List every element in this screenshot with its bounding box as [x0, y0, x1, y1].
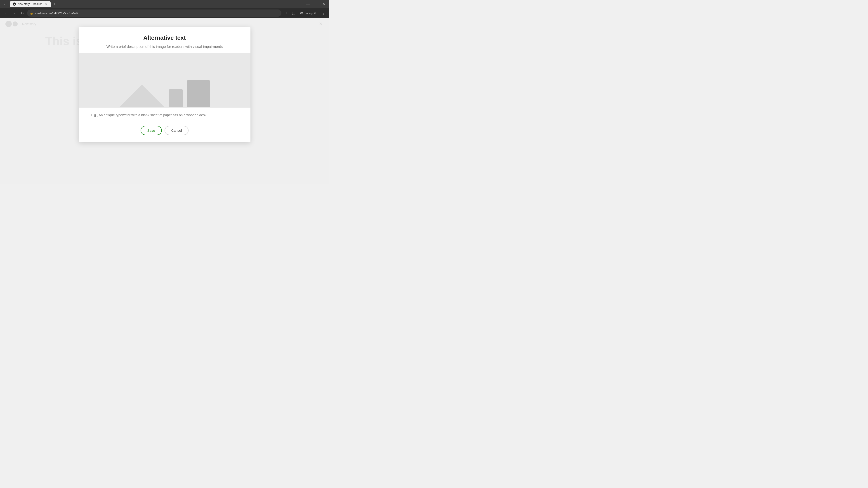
browser-chrome: New story – Medium ✕ + — ❐ ✕ ← → ↻ 🔒 med… — [0, 0, 329, 18]
nav-right-actions: ☆ ⬚ Incognito ⋮ — [283, 10, 327, 16]
split-view-button[interactable]: ⬚ — [290, 10, 297, 16]
image-placeholder — [119, 80, 210, 107]
back-button[interactable]: ← — [3, 10, 9, 16]
page-content: New story ✕ This is a samp... Alternativ… — [0, 18, 329, 184]
new-tab-button[interactable]: + — [52, 1, 58, 7]
window-controls: — ❐ ✕ — [305, 1, 327, 7]
shape-1 — [169, 89, 183, 107]
address-bar[interactable]: 🔒 medium.com/p/f7226a5dcfba/edit — [27, 9, 281, 17]
svg-point-2 — [301, 13, 302, 13]
forward-button[interactable]: → — [11, 10, 17, 16]
incognito-badge[interactable]: Incognito — [298, 10, 319, 16]
favicon-dot — [14, 4, 15, 5]
mountain-shape — [119, 85, 164, 107]
incognito-label: Incognito — [305, 11, 317, 15]
active-tab[interactable]: New story – Medium ✕ — [10, 1, 51, 7]
save-button[interactable]: Save — [141, 126, 162, 135]
modal-image-area — [79, 53, 250, 107]
cancel-button[interactable]: Cancel — [164, 126, 189, 135]
tab-dropdown-button[interactable] — [2, 1, 7, 7]
modal-overlay: Alternative text Write a brief descripti… — [0, 18, 329, 184]
modal-subtitle: Write a brief description of this image … — [88, 44, 241, 50]
lock-icon: 🔒 — [30, 11, 33, 15]
maximize-button[interactable]: ❐ — [313, 1, 319, 7]
tab-title: New story – Medium — [18, 2, 42, 6]
svg-point-3 — [302, 13, 303, 13]
alt-text-modal: Alternative text Write a brief descripti… — [79, 27, 250, 142]
modal-actions: Save Cancel — [79, 122, 250, 142]
more-options-button[interactable]: ⋮ — [320, 10, 327, 16]
tab-controls — [2, 1, 7, 7]
bookmark-button[interactable]: ☆ — [283, 10, 289, 16]
tab-favicon — [13, 2, 16, 6]
reload-button[interactable]: ↻ — [19, 10, 25, 16]
nav-bar: ← → ↻ 🔒 medium.com/p/f7226a5dcfba/edit ☆… — [0, 8, 329, 18]
modal-input-area — [79, 107, 250, 122]
minimize-button[interactable]: — — [305, 1, 311, 7]
incognito-icon — [300, 11, 304, 15]
alt-text-input[interactable] — [88, 111, 241, 119]
tab-bar: New story – Medium ✕ + — ❐ ✕ — [0, 0, 329, 8]
close-window-button[interactable]: ✕ — [321, 1, 327, 7]
modal-title: Alternative text — [88, 34, 241, 41]
modal-header: Alternative text Write a brief descripti… — [79, 27, 250, 53]
shape-2 — [187, 80, 210, 107]
tab-close-button[interactable]: ✕ — [44, 2, 48, 6]
address-text: medium.com/p/f7226a5dcfba/edit — [35, 11, 279, 15]
